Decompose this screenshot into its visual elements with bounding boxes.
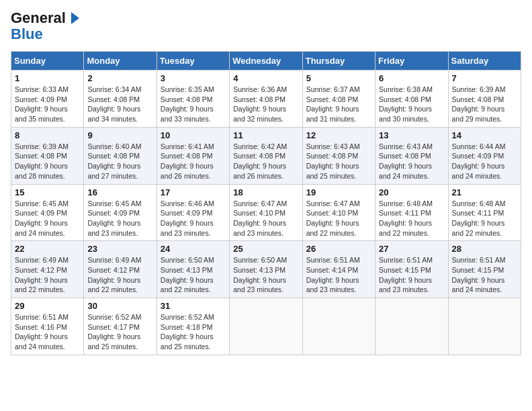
calendar-cell: 29Sunrise: 6:51 AMSunset: 4:16 PMDayligh…: [11, 298, 84, 355]
day-number: 6: [379, 73, 444, 83]
calendar-cell: 8Sunrise: 6:39 AMSunset: 4:08 PMDaylight…: [11, 127, 84, 184]
day-info: Sunrise: 6:50 AMSunset: 4:13 PMDaylight:…: [161, 255, 226, 295]
day-info: Sunrise: 6:45 AMSunset: 4:09 PMDaylight:…: [87, 199, 152, 238]
day-number: 19: [306, 187, 371, 197]
day-number: 18: [233, 187, 298, 197]
week-row-4: 22Sunrise: 6:49 AMSunset: 4:12 PMDayligh…: [11, 241, 521, 298]
calendar-cell: 22Sunrise: 6:49 AMSunset: 4:12 PMDayligh…: [11, 241, 84, 298]
day-info: Sunrise: 6:35 AMSunset: 4:08 PMDaylight:…: [161, 85, 226, 124]
day-info: Sunrise: 6:50 AMSunset: 4:13 PMDaylight:…: [233, 255, 298, 295]
calendar-cell: 18Sunrise: 6:47 AMSunset: 4:10 PMDayligh…: [230, 184, 302, 241]
day-number: 13: [379, 130, 444, 140]
calendar-cell: 19Sunrise: 6:47 AMSunset: 4:10 PMDayligh…: [302, 184, 375, 241]
day-info: Sunrise: 6:51 AMSunset: 4:15 PMDaylight:…: [452, 255, 517, 295]
day-info: Sunrise: 6:46 AMSunset: 4:09 PMDaylight:…: [161, 199, 226, 238]
col-header-saturday: Saturday: [448, 52, 521, 71]
day-number: 29: [15, 301, 80, 311]
calendar-cell: 24Sunrise: 6:50 AMSunset: 4:13 PMDayligh…: [157, 241, 229, 298]
day-info: Sunrise: 6:42 AMSunset: 4:08 PMDaylight:…: [233, 142, 298, 181]
day-number: 2: [87, 73, 152, 83]
day-number: 12: [306, 130, 371, 140]
calendar-cell: 5Sunrise: 6:37 AMSunset: 4:08 PMDaylight…: [302, 71, 375, 128]
calendar-cell: 14Sunrise: 6:44 AMSunset: 4:09 PMDayligh…: [448, 127, 521, 184]
calendar-cell: 30Sunrise: 6:52 AMSunset: 4:17 PMDayligh…: [84, 298, 157, 355]
day-number: 26: [306, 244, 371, 254]
day-number: 8: [15, 130, 80, 140]
day-info: Sunrise: 6:48 AMSunset: 4:11 PMDaylight:…: [379, 199, 444, 238]
logo-arrow-icon: [66, 11, 81, 26]
day-number: 21: [452, 187, 517, 197]
logo-text-general: General: [11, 11, 66, 26]
day-number: 14: [452, 130, 517, 140]
logo-text-blue: Blue: [11, 26, 43, 43]
calendar-header-row: SundayMondayTuesdayWednesdayThursdayFrid…: [11, 52, 521, 71]
day-info: Sunrise: 6:41 AMSunset: 4:08 PMDaylight:…: [161, 142, 226, 181]
day-number: 9: [87, 130, 152, 140]
col-header-friday: Friday: [375, 52, 448, 71]
calendar-cell: 23Sunrise: 6:49 AMSunset: 4:12 PMDayligh…: [84, 241, 157, 298]
day-info: Sunrise: 6:48 AMSunset: 4:11 PMDaylight:…: [452, 199, 517, 238]
day-info: Sunrise: 6:38 AMSunset: 4:08 PMDaylight:…: [379, 85, 444, 124]
day-info: Sunrise: 6:49 AMSunset: 4:12 PMDaylight:…: [87, 255, 152, 295]
day-number: 10: [161, 130, 226, 140]
calendar-cell: 6Sunrise: 6:38 AMSunset: 4:08 PMDaylight…: [375, 71, 448, 128]
calendar-cell: 9Sunrise: 6:40 AMSunset: 4:08 PMDaylight…: [84, 127, 157, 184]
calendar-cell: [302, 298, 375, 355]
day-number: 20: [379, 187, 444, 197]
calendar-cell: 20Sunrise: 6:48 AMSunset: 4:11 PMDayligh…: [375, 184, 448, 241]
calendar-cell: 2Sunrise: 6:34 AMSunset: 4:08 PMDaylight…: [84, 71, 157, 128]
day-info: Sunrise: 6:52 AMSunset: 4:17 PMDaylight:…: [87, 312, 152, 352]
week-row-1: 1Sunrise: 6:33 AMSunset: 4:09 PMDaylight…: [11, 71, 521, 128]
day-number: 30: [87, 301, 152, 311]
day-number: 3: [161, 73, 226, 83]
calendar-cell: [448, 298, 521, 355]
calendar-cell: 26Sunrise: 6:51 AMSunset: 4:14 PMDayligh…: [302, 241, 375, 298]
day-info: Sunrise: 6:44 AMSunset: 4:09 PMDaylight:…: [452, 142, 517, 181]
col-header-thursday: Thursday: [302, 52, 375, 71]
day-info: Sunrise: 6:47 AMSunset: 4:10 PMDaylight:…: [233, 199, 298, 238]
day-number: 15: [15, 187, 80, 197]
calendar-cell: 27Sunrise: 6:51 AMSunset: 4:15 PMDayligh…: [375, 241, 448, 298]
day-info: Sunrise: 6:39 AMSunset: 4:08 PMDaylight:…: [15, 142, 80, 181]
day-number: 27: [379, 244, 444, 254]
logo: General Blue: [11, 11, 81, 43]
col-header-sunday: Sunday: [11, 52, 84, 71]
day-info: Sunrise: 6:47 AMSunset: 4:10 PMDaylight:…: [306, 199, 371, 238]
day-info: Sunrise: 6:37 AMSunset: 4:08 PMDaylight:…: [306, 85, 371, 124]
calendar-cell: 21Sunrise: 6:48 AMSunset: 4:11 PMDayligh…: [448, 184, 521, 241]
day-info: Sunrise: 6:34 AMSunset: 4:08 PMDaylight:…: [87, 85, 152, 124]
day-info: Sunrise: 6:49 AMSunset: 4:12 PMDaylight:…: [15, 255, 80, 295]
svg-marker-0: [71, 12, 79, 24]
day-number: 31: [161, 301, 226, 311]
calendar-cell: 4Sunrise: 6:36 AMSunset: 4:08 PMDaylight…: [230, 71, 302, 128]
day-number: 24: [161, 244, 226, 254]
calendar-cell: 28Sunrise: 6:51 AMSunset: 4:15 PMDayligh…: [448, 241, 521, 298]
day-number: 4: [233, 73, 298, 83]
day-info: Sunrise: 6:40 AMSunset: 4:08 PMDaylight:…: [87, 142, 152, 181]
calendar-cell: 15Sunrise: 6:45 AMSunset: 4:09 PMDayligh…: [11, 184, 84, 241]
day-number: 17: [161, 187, 226, 197]
day-info: Sunrise: 6:33 AMSunset: 4:09 PMDaylight:…: [15, 85, 80, 124]
calendar-cell: 12Sunrise: 6:43 AMSunset: 4:08 PMDayligh…: [302, 127, 375, 184]
day-number: 11: [233, 130, 298, 140]
col-header-monday: Monday: [84, 52, 157, 71]
calendar-cell: 1Sunrise: 6:33 AMSunset: 4:09 PMDaylight…: [11, 71, 84, 128]
week-row-3: 15Sunrise: 6:45 AMSunset: 4:09 PMDayligh…: [11, 184, 521, 241]
day-info: Sunrise: 6:43 AMSunset: 4:08 PMDaylight:…: [306, 142, 371, 181]
day-number: 5: [306, 73, 371, 83]
day-info: Sunrise: 6:52 AMSunset: 4:18 PMDaylight:…: [161, 312, 226, 352]
calendar-cell: 10Sunrise: 6:41 AMSunset: 4:08 PMDayligh…: [157, 127, 229, 184]
col-header-tuesday: Tuesday: [157, 52, 229, 71]
day-info: Sunrise: 6:51 AMSunset: 4:16 PMDaylight:…: [15, 312, 80, 352]
day-number: 28: [452, 244, 517, 254]
day-number: 25: [233, 244, 298, 254]
day-info: Sunrise: 6:36 AMSunset: 4:08 PMDaylight:…: [233, 85, 298, 124]
calendar-cell: 3Sunrise: 6:35 AMSunset: 4:08 PMDaylight…: [157, 71, 229, 128]
calendar-cell: 11Sunrise: 6:42 AMSunset: 4:08 PMDayligh…: [230, 127, 302, 184]
day-info: Sunrise: 6:45 AMSunset: 4:09 PMDaylight:…: [15, 199, 80, 238]
week-row-2: 8Sunrise: 6:39 AMSunset: 4:08 PMDaylight…: [11, 127, 521, 184]
week-row-5: 29Sunrise: 6:51 AMSunset: 4:16 PMDayligh…: [11, 298, 521, 355]
day-number: 22: [15, 244, 80, 254]
page-header: General Blue: [11, 11, 521, 43]
calendar-cell: 13Sunrise: 6:43 AMSunset: 4:08 PMDayligh…: [375, 127, 448, 184]
